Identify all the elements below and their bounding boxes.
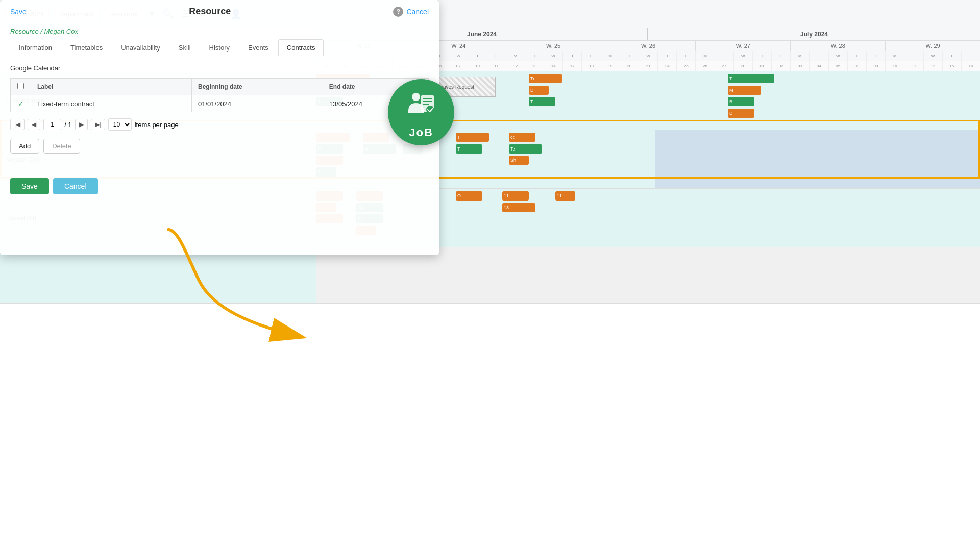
modal-header: Save Resource ? Cancel — [0, 0, 439, 23]
modal-footer: Save Cancel — [0, 172, 439, 201]
page-separator: / 1 — [64, 121, 71, 129]
items-per-page-label: items per page — [135, 121, 179, 129]
job-badge-icon-area — [401, 85, 442, 126]
header-save-link[interactable]: Save — [10, 8, 27, 16]
row-beginning-date-cell: 01/01/2024 — [192, 95, 323, 112]
daniel-bar-7[interactable]: 11 — [502, 191, 529, 201]
add-button[interactable]: Add — [10, 139, 39, 154]
first-page-button[interactable]: |◀ — [10, 119, 24, 130]
daniel-bar-8[interactable]: 13 — [502, 203, 535, 212]
month-july: July 2024 — [648, 28, 980, 40]
job-badge-text: JoB — [409, 126, 433, 139]
google-calendar-label: Google Calendar — [10, 64, 429, 72]
table-row[interactable]: ✓ Fixed-term contract 01/01/2024 13/05/2… — [11, 95, 429, 112]
select-all-checkbox[interactable] — [17, 83, 24, 89]
row-check-icon: ✓ — [18, 99, 24, 108]
megan-bar-10[interactable]: T — [456, 144, 482, 154]
contracts-table: Label Beginning date End date ✓ Fixed-te… — [10, 78, 429, 112]
task-bar-orange-6[interactable]: D — [728, 109, 754, 118]
week-28: W. 28 — [791, 41, 886, 51]
help-icon[interactable]: ? — [393, 7, 403, 17]
row-label-cell: Fixed-term contract — [31, 95, 192, 112]
tab-skill[interactable]: Skill — [170, 39, 200, 56]
svg-point-0 — [412, 93, 420, 101]
task-bar-green-4[interactable]: B — [728, 97, 754, 106]
megan-bar-13[interactable]: Sh — [509, 156, 529, 165]
items-per-page-select[interactable]: 10 25 50 — [108, 118, 132, 131]
task-bar-orange-3[interactable]: Tr — [529, 74, 562, 83]
col-label: Label — [31, 79, 192, 95]
breadcrumb: Resource / Megan Cox — [0, 23, 439, 39]
save-button[interactable]: Save — [10, 178, 49, 194]
header-cancel-link[interactable]: Cancel — [406, 8, 429, 16]
tab-history[interactable]: History — [201, 39, 238, 56]
modal-title: Resource — [27, 6, 393, 17]
megan-unavailability — [655, 130, 980, 188]
breadcrumb-text: Resource / Megan Cox — [10, 28, 78, 35]
daniel-bar-6[interactable]: O — [456, 191, 482, 201]
task-bar-green-2[interactable]: T — [529, 97, 555, 106]
empty-row-label — [0, 247, 316, 303]
pagination: |◀ ◀ 1 / 1 ▶ ▶| 10 25 50 items per page … — [10, 118, 429, 131]
tab-events[interactable]: Events — [239, 39, 277, 56]
job-badge: JoB — [388, 79, 454, 145]
resource-modal: Save Resource ? Cancel Resource / Megan … — [0, 0, 439, 255]
tab-timetables[interactable]: Timetables — [62, 39, 111, 56]
prev-page-button[interactable]: ◀ — [28, 119, 40, 130]
modal-body: Google Calendar Label Beginning date End… — [0, 56, 439, 172]
table-header-row: Label Beginning date End date — [11, 79, 429, 95]
job-icon — [403, 88, 439, 123]
tab-bar: Information Timetables Unavailability Sk… — [0, 39, 439, 56]
tab-unavailability[interactable]: Unavailability — [112, 39, 169, 56]
page-input[interactable]: 1 — [43, 119, 61, 130]
next-page-button[interactable]: ▶ — [75, 119, 88, 130]
week-29: W. 29 — [886, 41, 980, 51]
task-bar-orange-4[interactable]: D — [529, 86, 549, 95]
col-beginning-date: Beginning date — [192, 79, 323, 95]
last-page-button[interactable]: ▶| — [91, 119, 105, 130]
row-check-cell: ✓ — [11, 95, 31, 112]
task-bar-orange-5[interactable]: M — [728, 86, 761, 95]
gantt-empty-row — [0, 247, 980, 304]
tab-contracts[interactable]: Contracts — [278, 39, 324, 56]
week-26: W. 26 — [601, 41, 696, 51]
delete-button[interactable]: Delete — [43, 139, 80, 154]
empty-row-content — [316, 247, 980, 303]
daniel-bar-9[interactable]: 11 — [555, 191, 575, 201]
week-25: W. 25 — [506, 41, 601, 51]
task-bar-green-3[interactable]: T — [728, 74, 774, 83]
cancel-button[interactable]: Cancel — [53, 178, 98, 194]
tab-information[interactable]: Information — [10, 39, 61, 56]
col-check — [11, 79, 31, 95]
action-buttons: Add Delete — [10, 139, 429, 154]
megan-bar-11[interactable]: cc — [509, 133, 535, 142]
megan-bar-9[interactable]: T — [456, 133, 489, 142]
megan-bar-12[interactable]: Te — [509, 144, 542, 154]
week-27: W. 27 — [696, 41, 791, 51]
